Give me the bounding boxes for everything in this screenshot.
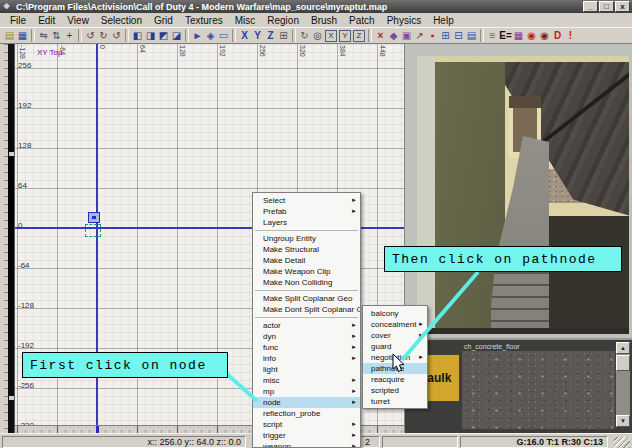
y-view-icon[interactable]: Y [339, 30, 351, 42]
submenu-item-guard[interactable]: guard [363, 341, 427, 352]
context-menu-item-make-structural[interactable]: Make Structural [253, 244, 360, 255]
context-menu-item-prefab[interactable]: Prefab► [253, 206, 360, 217]
context-menu-item-mp[interactable]: mp► [253, 386, 360, 397]
vertex-mode-icon[interactable]: ◆ [387, 29, 400, 43]
lock-z-icon[interactable]: Z [264, 29, 277, 43]
context-menu-item-label: Make Split Coplanar Geo [263, 294, 352, 303]
lock-x-icon[interactable]: X [238, 29, 251, 43]
scroll-down-icon[interactable]: ▼ [616, 415, 630, 427]
y-ruler-label: 192 [18, 101, 31, 110]
rotate-y-icon[interactable]: ↻ [97, 29, 110, 43]
texture-lock-icon[interactable]: ⊞ [277, 29, 290, 43]
cut-brush-icon[interactable]: × [374, 29, 387, 43]
view-3d[interactable] [404, 44, 632, 338]
context-menu-item-misc[interactable]: misc► [253, 375, 360, 386]
context-menu-item-reflection-probe[interactable]: reflection_probe [253, 408, 360, 419]
context-menu-item-select[interactable]: Select► [253, 195, 360, 206]
error-icon[interactable]: ! [564, 29, 577, 43]
x-view-icon[interactable]: X [325, 30, 337, 42]
texture-tile-concrete[interactable] [462, 351, 615, 429]
submenu-item-cover[interactable]: cover► [363, 330, 427, 341]
submenu-item-turret[interactable]: turret [363, 396, 427, 407]
resize-grip[interactable] [614, 437, 630, 448]
close-button[interactable]: x [615, 1, 630, 12]
context-menu-item-make-dont-split-coplanar-geo[interactable]: Make Dont Split Coplanar Geo [253, 304, 360, 315]
maximize-button[interactable]: □ [599, 1, 614, 12]
menu-selection[interactable]: Selection [95, 15, 148, 26]
rotate-x-icon[interactable]: ↺ [84, 29, 97, 43]
context-menu-item-ungroup-entity[interactable]: Ungroup Entity [253, 233, 360, 244]
context-menu-item-label: info [263, 354, 276, 363]
context-menu-item-make-non-colliding[interactable]: Make Non Colliding [253, 277, 360, 288]
scroll-up-icon[interactable]: ▲ [616, 342, 630, 354]
context-menu-item-actor[interactable]: actor► [253, 320, 360, 331]
title-bar[interactable]: ❖ C:\Program Files\Activision\Call of Du… [0, 0, 632, 13]
edge-mode-icon[interactable]: ▣ [400, 29, 413, 43]
menu-help[interactable]: Help [427, 15, 460, 26]
context-menu-item-layers[interactable]: Layers [253, 217, 360, 228]
rotate-z-icon[interactable]: ↺ [110, 29, 123, 43]
flip-z-icon[interactable]: + [63, 29, 76, 43]
select-touching-icon[interactable]: ◨ [144, 29, 157, 43]
submenu-item-negotiation[interactable]: negotiation► [363, 352, 427, 363]
region-select-icon[interactable]: ▭ [217, 29, 230, 43]
equalize-icon[interactable]: ≡ [486, 29, 499, 43]
snap-points-icon[interactable]: ▪ [426, 29, 439, 43]
menu-region[interactable]: Region [261, 15, 305, 26]
scroll-thumb[interactable] [616, 355, 630, 371]
select-partial-tall-icon[interactable]: ◩ [157, 29, 170, 43]
submenu-item-balcony[interactable]: balcony [363, 308, 427, 319]
menu-misc[interactable]: Misc [229, 15, 262, 26]
refresh-view-icon[interactable]: ↻ [298, 29, 311, 43]
context-menu-item-make-weapon-clip[interactable]: Make Weapon Clip [253, 266, 360, 277]
layers-icon[interactable]: ▦ [512, 29, 525, 43]
menu-patch[interactable]: Patch [343, 15, 381, 26]
context-menu-item-node[interactable]: node► [253, 397, 360, 408]
lock-y-icon[interactable]: Y [251, 29, 264, 43]
context-menu-item-dyn[interactable]: dyn► [253, 331, 360, 342]
selection-arrow-icon[interactable]: ► [191, 29, 204, 43]
camera-icon[interactable]: ◎ [311, 29, 324, 43]
node-entity-marker[interactable] [88, 212, 100, 223]
context-menu-item-light[interactable]: light [253, 364, 360, 375]
submenu-item-reacquire[interactable]: reacquire [363, 374, 427, 385]
entity-select-icon[interactable]: ◈ [204, 29, 217, 43]
minimize-button[interactable]: _ [583, 1, 598, 12]
select-complete-tall-icon[interactable]: ◧ [131, 29, 144, 43]
no-entities-icon[interactable]: ◉ [525, 29, 538, 43]
menu-brush[interactable]: Brush [305, 15, 343, 26]
menu-grid[interactable]: Grid [148, 15, 179, 26]
detail-toggle-icon[interactable]: D [551, 29, 564, 43]
menu-file[interactable]: File [4, 15, 32, 26]
menu-view[interactable]: View [61, 15, 95, 26]
open-file-icon[interactable]: ▤ [3, 29, 16, 43]
texture-browser[interactable]: ch_concrete_floor Caulk ▲ ▼ [404, 338, 632, 433]
texture-scrollbar[interactable]: ▲ ▼ [616, 342, 630, 427]
submenu-item-scripted[interactable]: scripted [363, 385, 427, 396]
context-menu-item-weapon[interactable]: weapon► [253, 441, 360, 448]
menu-textures[interactable]: Textures [179, 15, 229, 26]
expert-entity-icon[interactable]: E= [499, 29, 512, 43]
select-inside-icon[interactable]: ◪ [170, 29, 183, 43]
menu-physics[interactable]: Physics [381, 15, 427, 26]
context-menu-item-script[interactable]: script► [253, 419, 360, 430]
submenu-item-concealment[interactable]: concealment► [363, 319, 427, 330]
patch-weld-icon[interactable]: ⊞ [439, 29, 452, 43]
no-models-icon[interactable]: ◉ [538, 29, 551, 43]
patch-bend-icon[interactable]: ▤ [465, 29, 478, 43]
save-file-icon[interactable]: ▦ [16, 29, 29, 43]
drag-points-icon[interactable]: ↗ [413, 29, 426, 43]
flip-y-icon[interactable]: ⇅ [50, 29, 63, 43]
menu-edit[interactable]: Edit [32, 15, 61, 26]
context-menu-item-info[interactable]: info► [253, 353, 360, 364]
context-menu-item-make-split-coplanar-geo[interactable]: Make Split Coplanar Geo [253, 293, 360, 304]
submenu-item-pathnode[interactable]: pathnode [363, 363, 427, 374]
context-menu-item-func[interactable]: func► [253, 342, 360, 353]
flip-x-icon[interactable]: ⇋ [37, 29, 50, 43]
patch-drill-icon[interactable]: ⊟ [452, 29, 465, 43]
context-menu-item-make-detail[interactable]: Make Detail [253, 255, 360, 266]
toolbar-separator [368, 29, 372, 42]
z-slider[interactable] [8, 44, 15, 433]
context-menu-item-trigger[interactable]: trigger► [253, 430, 360, 441]
z-view-icon[interactable]: Z [353, 30, 365, 42]
